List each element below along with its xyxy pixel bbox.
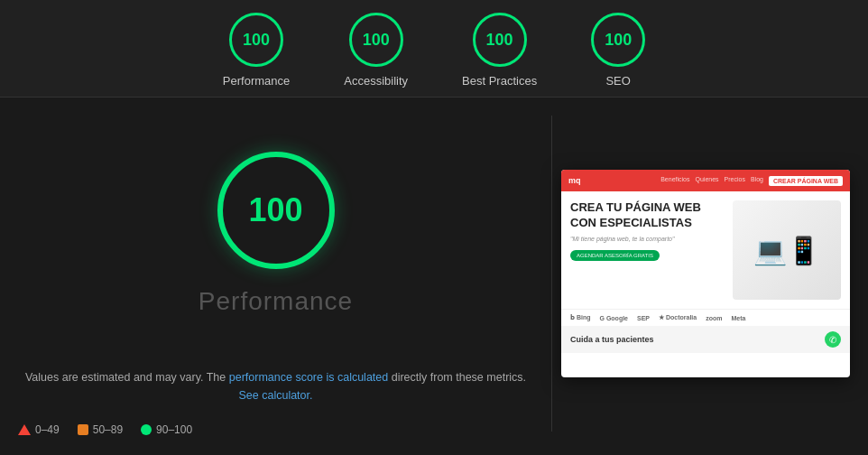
preview-hero-cta: AGENDAR ASESORÍA GRATIS	[570, 250, 660, 261]
legend-pass: 90–100	[141, 423, 192, 436]
score-best-practices: 100 Best Practices	[462, 13, 537, 88]
legend-fail-icon	[18, 424, 31, 435]
info-text-after-link1: directly from these metrics.	[388, 371, 526, 384]
preview-hero: CREA TU PÁGINA WEB CON ESPECIALISTAS "Mi…	[561, 191, 850, 309]
main-score-value: 100	[248, 191, 302, 229]
preview-hero-image: 💻📱	[733, 200, 841, 300]
score-value-performance: 100	[243, 31, 270, 50]
score-accessibility: 100 Accessibility	[344, 13, 408, 88]
score-circle-performance: 100	[229, 13, 283, 67]
left-panel: 100 Performance Values are estimated and…	[0, 98, 551, 450]
preview-nav-link-1: Beneficios	[660, 176, 689, 186]
main-score-circle: 100	[217, 152, 335, 269]
preview-brands: 𝗯 Bing G Google SEP ★ Doctoralia zoom Me…	[561, 309, 850, 326]
preview-hero-quote: "Mi tiene página web, te la comparto"	[570, 236, 724, 242]
info-text-before-link: Values are estimated and may vary. The	[25, 371, 229, 384]
legend-average-icon	[78, 424, 88, 435]
preview-brand-bing: 𝗯 Bing	[570, 314, 591, 321]
score-circle-accessibility: 100	[349, 13, 403, 67]
preview-nav-link-2: Quienes	[695, 176, 718, 186]
preview-nav-cta: CREAR PÁGINA WEB	[769, 176, 843, 186]
score-label-accessibility: Accessibility	[344, 74, 408, 88]
preview-nav-link-4: Blog	[751, 176, 763, 186]
whatsapp-symbol: ✆	[829, 335, 836, 345]
score-label-seo: SEO	[605, 74, 630, 88]
score-seo: 100 SEO	[591, 13, 645, 88]
calculator-link[interactable]: See calculator.	[239, 389, 313, 402]
preview-hero-text: CREA TU PÁGINA WEB CON ESPECIALISTAS "Mi…	[570, 200, 724, 300]
preview-nav: mq Beneficios Quienes Precios Blog CREAR…	[561, 170, 850, 191]
website-preview: mq Beneficios Quienes Precios Blog CREAR…	[561, 170, 850, 377]
preview-brand-doctoralia: ★ Doctoralia	[659, 314, 697, 321]
preview-footer: Cuida a tus pacientes ✆	[561, 326, 850, 353]
score-value-seo: 100	[605, 31, 632, 50]
score-circle-best-practices: 100	[473, 13, 527, 67]
score-legend: 0–49 50–89 90–100	[18, 423, 192, 436]
legend-average-range: 50–89	[93, 423, 123, 436]
main-score-label: Performance	[199, 287, 353, 316]
score-circle-seo: 100	[591, 13, 645, 67]
info-text: Values are estimated and may vary. The p…	[18, 368, 533, 404]
score-value-accessibility: 100	[363, 31, 390, 50]
legend-fail: 0–49	[18, 423, 60, 436]
preview-nav-links: Beneficios Quienes Precios Blog CREAR PÁ…	[660, 176, 843, 186]
preview-footer-text: Cuida a tus pacientes	[570, 335, 654, 344]
scores-bar: 100 Performance 100 Accessibility 100 Be…	[0, 0, 868, 98]
legend-average: 50–89	[78, 423, 123, 436]
main-content: 100 Performance Values are estimated and…	[0, 98, 868, 450]
preview-nav-link-3: Precios	[725, 176, 745, 186]
preview-brand-meta: Meta	[731, 315, 745, 321]
legend-pass-range: 90–100	[156, 423, 192, 436]
preview-brand-google: G Google	[600, 315, 629, 321]
preview-brand-sep: SEP	[637, 315, 650, 321]
performance-score-link[interactable]: performance score is calculated	[229, 371, 388, 384]
right-panel: mq Beneficios Quienes Precios Blog CREAR…	[552, 98, 868, 450]
preview-hero-title: CREA TU PÁGINA WEB CON ESPECIALISTAS	[570, 200, 724, 231]
score-label-performance: Performance	[223, 74, 290, 88]
preview-logo: mq	[568, 176, 581, 185]
legend-fail-range: 0–49	[35, 423, 60, 436]
preview-whatsapp-icon: ✆	[825, 331, 841, 348]
score-value-best-practices: 100	[486, 31, 513, 50]
device-icon: 💻📱	[753, 235, 820, 266]
score-label-best-practices: Best Practices	[462, 74, 537, 88]
legend-pass-icon	[141, 424, 152, 435]
score-performance: 100 Performance	[223, 13, 290, 88]
preview-brand-zoom: zoom	[706, 315, 722, 321]
